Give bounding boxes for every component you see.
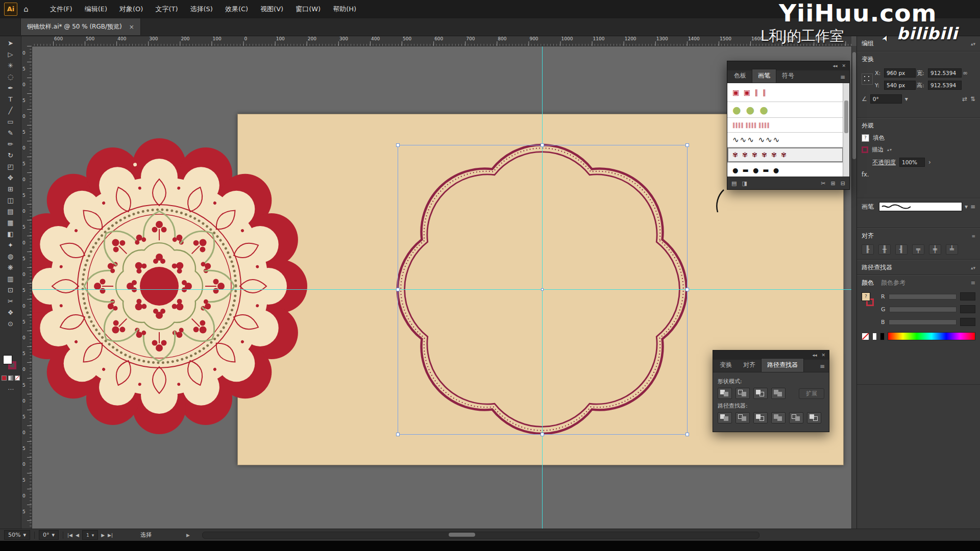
crop-button[interactable]	[771, 412, 786, 423]
width-field[interactable]: 912.5394	[928, 68, 962, 78]
horizontal-align-center-icon[interactable]: ╫	[878, 244, 891, 255]
type-tool[interactable]: T	[2, 94, 19, 105]
selection-tool[interactable]: ➤	[2, 38, 19, 49]
status-expand-icon[interactable]: ▶	[186, 533, 190, 538]
current-brush-preview[interactable]	[879, 202, 962, 211]
close-panel-icon[interactable]: ✕	[821, 353, 825, 358]
red-hatch-brush[interactable]: ∥∥∥∥ ∥∥∥∥ ∥∥∥∥	[727, 118, 843, 133]
collapse-icon[interactable]: ▴▾	[971, 41, 975, 46]
channel-value-field[interactable]	[960, 292, 975, 300]
lasso-tool[interactable]: ◌	[2, 71, 19, 83]
vertical-align-top-icon[interactable]: ╤	[912, 244, 924, 255]
reference-point-locator[interactable]	[862, 73, 873, 85]
zoom-tool[interactable]: ⊙	[2, 318, 19, 330]
document-tab[interactable]: 铜镜纹样.ai* @ 50 % (RGB/预览) ×	[20, 18, 141, 35]
tab-swatches[interactable]: 色板	[728, 69, 752, 83]
scale-tool[interactable]: ◰	[2, 161, 19, 172]
line-segment-tool[interactable]: ╱	[2, 105, 19, 116]
merge-button[interactable]	[753, 412, 768, 423]
channel-slider[interactable]	[889, 307, 957, 312]
menu-item[interactable]: 编辑(E)	[79, 0, 113, 18]
y-field[interactable]: 540 px	[884, 81, 916, 90]
tab-pathfinder[interactable]: 路径查找器	[761, 358, 804, 372]
tab-align[interactable]: 对齐	[738, 359, 761, 372]
selection-handle-n[interactable]	[541, 143, 544, 147]
artboard-tool[interactable]: ⊡	[2, 285, 19, 296]
none-button[interactable]	[15, 375, 20, 381]
collapse-panel-icon[interactable]: ◂◂	[812, 353, 817, 358]
horizontal-scrollbar[interactable]	[202, 532, 760, 539]
height-field[interactable]: 912.5394	[928, 81, 962, 90]
app-logo[interactable]: Ai	[4, 3, 17, 16]
next-artboard-button[interactable]: ▶	[101, 533, 105, 538]
tab-color[interactable]: 颜色	[862, 279, 874, 287]
selection-handle-se[interactable]	[685, 433, 689, 436]
magic-wand-tool[interactable]: ✳	[2, 60, 19, 71]
collapse-panel-icon[interactable]: ◂◂	[832, 63, 837, 68]
zoom-select[interactable]: 50% ▾	[4, 530, 30, 540]
first-artboard-button[interactable]: |◀	[67, 533, 72, 538]
brush-menu-icon[interactable]: ≡	[970, 203, 975, 210]
selection-bounding-box[interactable]	[398, 145, 688, 435]
expand-button[interactable]: 扩展	[799, 388, 824, 399]
ruler-corner[interactable]	[21, 36, 32, 46]
panel-menu-icon[interactable]: ≡	[816, 363, 829, 372]
stroke-swatch-icon[interactable]	[862, 146, 868, 153]
group-panel-header[interactable]: 编组▴▾	[857, 36, 980, 52]
flip-horizontal-icon[interactable]: ⇄	[962, 95, 967, 103]
selection-handle-s[interactable]	[541, 433, 544, 436]
vertical-align-middle-icon[interactable]: ╪	[929, 244, 941, 255]
minus-back-button[interactable]	[807, 412, 821, 423]
menu-item[interactable]: 窗口(W)	[289, 0, 327, 18]
brush-caret-icon[interactable]: ▾	[965, 203, 968, 210]
tab-brushes[interactable]: 画笔	[752, 69, 776, 83]
bronze-mirror-mandala-artwork[interactable]	[32, 128, 317, 444]
pathfinder-dock-header[interactable]: 路径查找器▴▾	[857, 260, 980, 275]
black-swatch[interactable]	[880, 333, 885, 340]
horizontal-scrollbar-thumb[interactable]	[449, 533, 475, 537]
symbol-sprayer-tool[interactable]: ❋	[2, 262, 19, 273]
direct-selection-tool[interactable]: ▷	[2, 49, 19, 60]
fill-swatch-icon[interactable]: ?	[862, 134, 869, 142]
pathfinder-collapse-icon[interactable]: ▴▾	[971, 265, 975, 270]
artboard-number-select[interactable]: 1 ▾	[82, 530, 98, 540]
angle-caret-icon[interactable]: ▾	[905, 95, 908, 103]
menu-item[interactable]: 帮助(H)	[327, 0, 362, 18]
menu-item[interactable]: 选择(S)	[184, 0, 218, 18]
color-fill-swatch[interactable]: ?	[862, 292, 870, 301]
horizontal-align-right-icon[interactable]: ╢	[895, 244, 908, 255]
channel-value-field[interactable]	[960, 305, 975, 313]
eyedropper-tool[interactable]: ✦	[2, 240, 19, 251]
brush-list-scrollbar[interactable]	[843, 83, 849, 177]
menu-item[interactable]: 文件(F)	[44, 0, 79, 18]
last-artboard-button[interactable]: ▶|	[108, 533, 113, 538]
color-menu-icon[interactable]: ≡	[971, 280, 975, 286]
brush-libraries-icon[interactable]: ▤	[731, 180, 737, 187]
more-tools-icon[interactable]: ⋯	[8, 386, 14, 393]
libraries-panel-icon[interactable]: ◨	[742, 180, 747, 187]
vertical-ruler[interactable]: 050505050505050505050505050505	[21, 46, 32, 529]
link-dimensions-icon[interactable]: ∞	[963, 69, 970, 77]
selection-handle-ne[interactable]	[685, 143, 689, 147]
menu-item[interactable]: 文字(T)	[149, 0, 184, 18]
arc-path-object[interactable]	[700, 189, 726, 213]
channel-value-field[interactable]	[960, 318, 975, 326]
blend-tool[interactable]: ◍	[2, 251, 19, 262]
gradient-button[interactable]	[8, 375, 13, 381]
column-graph-tool[interactable]: ▥	[2, 273, 19, 285]
selection-handle-w[interactable]	[396, 288, 400, 291]
color-spectrum-bar[interactable]	[888, 332, 975, 340]
divide-button[interactable]	[718, 412, 732, 423]
color-fill-stroke-indicator[interactable]: ?	[862, 292, 876, 308]
selection-handle-nw[interactable]	[396, 143, 400, 147]
pen-tool[interactable]: ✒	[2, 83, 19, 94]
brush-list-scrollbar-thumb[interactable]	[844, 101, 848, 133]
mesh-tool[interactable]: ▦	[2, 217, 19, 229]
pencil-tool[interactable]: ✏	[2, 139, 19, 150]
round-calligraphic-brushes[interactable]: ● ● ●	[727, 102, 843, 118]
previous-artboard-button[interactable]: ◀	[76, 533, 79, 538]
horizontal-ruler[interactable]: 6005004003002001000100200300400500600700…	[32, 36, 851, 46]
channel-slider[interactable]	[889, 319, 957, 325]
align-menu-icon[interactable]: ≡	[971, 234, 975, 239]
menu-item[interactable]: 视图(V)	[254, 0, 289, 18]
